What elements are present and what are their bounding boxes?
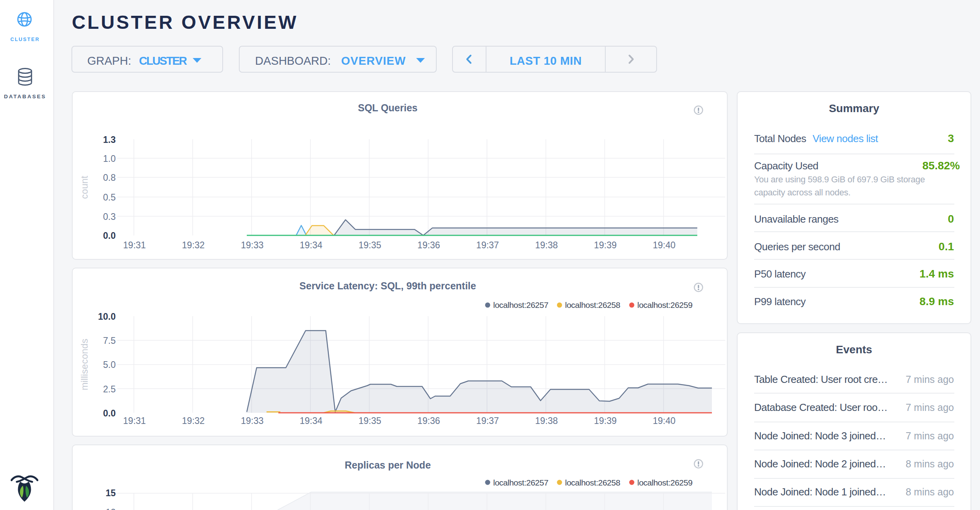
svg-text:19:39: 19:39 — [594, 416, 617, 426]
svg-text:10.0: 10.0 — [98, 311, 116, 322]
svg-text:19:39: 19:39 — [594, 240, 617, 250]
svg-text:19:33: 19:33 — [241, 416, 264, 426]
svg-text:19:38: 19:38 — [535, 240, 558, 250]
svg-text:19:37: 19:37 — [476, 416, 499, 426]
svg-text:5.0: 5.0 — [103, 360, 116, 370]
svg-text:SQL Queries: SQL Queries — [358, 102, 418, 113]
svg-text:milliseconds: milliseconds — [79, 339, 90, 390]
svg-text:19:31: 19:31 — [123, 416, 146, 426]
svg-text:Service Latency: SQL, 99th per: Service Latency: SQL, 99th percentile — [299, 280, 476, 291]
svg-text:19:38: 19:38 — [535, 416, 558, 426]
svg-text:localhost:26258: localhost:26258 — [565, 300, 620, 309]
svg-text:15: 15 — [105, 488, 116, 498]
svg-text:count: count — [79, 176, 90, 199]
svg-text:12: 12 — [105, 507, 116, 510]
svg-text:19:31: 19:31 — [123, 240, 146, 250]
svg-text:19:36: 19:36 — [417, 416, 440, 426]
svg-text:19:40: 19:40 — [653, 240, 676, 250]
svg-text:19:32: 19:32 — [182, 240, 205, 250]
svg-text:localhost:26259: localhost:26259 — [637, 300, 693, 309]
svg-text:19:32: 19:32 — [182, 416, 205, 426]
svg-text:localhost:26257: localhost:26257 — [493, 300, 548, 309]
svg-text:19:40: 19:40 — [653, 416, 676, 426]
svg-text:19:35: 19:35 — [359, 240, 381, 250]
svg-text:localhost:26257: localhost:26257 — [493, 478, 548, 487]
svg-text:localhost:26259: localhost:26259 — [637, 478, 693, 487]
svg-text:19:34: 19:34 — [300, 416, 323, 426]
svg-text:1.0: 1.0 — [103, 154, 116, 164]
svg-text:19:36: 19:36 — [417, 240, 440, 250]
svg-text:localhost:26258: localhost:26258 — [565, 478, 620, 487]
svg-text:19:34: 19:34 — [300, 240, 323, 250]
svg-text:Replicas per Node: Replicas per Node — [345, 459, 431, 471]
svg-text:0.3: 0.3 — [103, 212, 116, 222]
svg-text:19:33: 19:33 — [241, 240, 264, 250]
svg-text:0.0: 0.0 — [103, 408, 116, 418]
svg-text:19:37: 19:37 — [476, 240, 499, 250]
svg-text:7.5: 7.5 — [103, 336, 116, 346]
svg-text:0.5: 0.5 — [103, 192, 116, 202]
svg-text:2.5: 2.5 — [103, 384, 116, 394]
svg-text:1.3: 1.3 — [103, 135, 116, 145]
svg-text:19:35: 19:35 — [359, 416, 381, 426]
svg-text:0.0: 0.0 — [103, 231, 116, 241]
svg-text:0.8: 0.8 — [103, 172, 116, 183]
